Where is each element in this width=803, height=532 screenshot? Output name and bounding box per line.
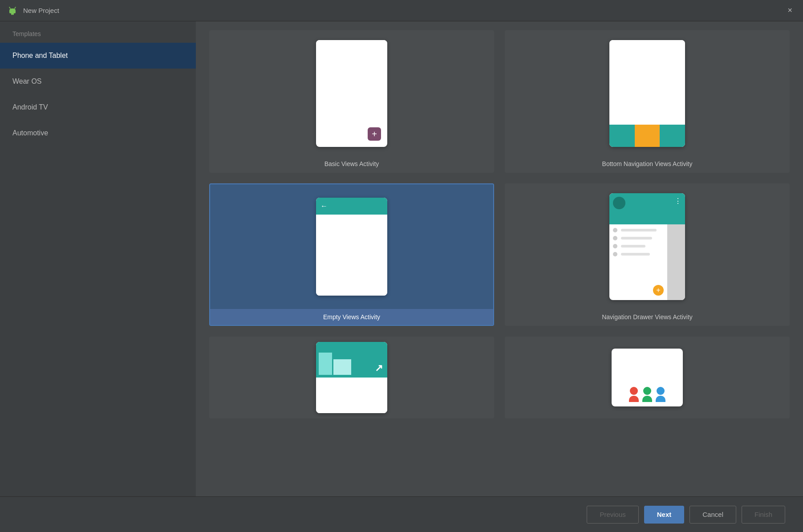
sidebar-item-android-tv[interactable]: Android TV	[0, 94, 196, 120]
sidebar-item-automotive[interactable]: Automotive	[0, 120, 196, 146]
svg-line-3	[15, 7, 16, 8]
template-preview-nav-drawer: ⋮	[506, 184, 789, 309]
nav-drawer-avatar	[613, 197, 625, 209]
template-card-basic-views[interactable]: + Basic Views Activity	[209, 30, 494, 173]
nav-drawer-label: Navigation Drawer Views Activity	[506, 309, 789, 325]
template-card-empty-views[interactable]: ← Empty Views Activity	[209, 183, 494, 326]
sidebar: Templates Phone and Tablet Wear OS Andro…	[0, 21, 196, 496]
template-preview-empty-views: ←	[210, 184, 493, 309]
sidebar-item-phone-tablet[interactable]: Phone and Tablet	[0, 43, 196, 69]
template-card-chart[interactable]: ↗	[209, 337, 494, 418]
template-preview-bottom-nav	[506, 31, 789, 156]
bottom-nav-bar	[609, 125, 685, 147]
bottom-nav-mockup	[609, 40, 685, 147]
bottom-nav-label: Bottom Navigation Views Activity	[506, 156, 789, 172]
nav-drawer-fab: +	[653, 285, 664, 296]
chart-mockup: ↗	[316, 342, 387, 413]
nav-drawer-side-panel	[667, 224, 685, 300]
empty-mock-bar: ←	[316, 198, 387, 215]
svg-line-2	[9, 7, 10, 8]
android-icon	[7, 5, 18, 16]
nav-drawer-mockup: ⋮	[609, 193, 685, 300]
templates-area: + Basic Views Activity	[196, 21, 803, 496]
fab-icon: +	[368, 127, 381, 141]
next-button[interactable]: Next	[644, 506, 685, 524]
people-mockup	[612, 349, 683, 406]
empty-views-mockup: ←	[316, 198, 387, 296]
nav-drawer-menu-icon: ⋮	[674, 197, 681, 205]
template-preview-people	[506, 337, 789, 418]
template-preview-chart: ↗	[210, 337, 493, 418]
finish-button[interactable]: Finish	[742, 506, 785, 524]
sidebar-header: Templates	[0, 21, 196, 43]
templates-grid: + Basic Views Activity	[209, 30, 790, 418]
template-card-bottom-nav[interactable]: Bottom Navigation Views Activity	[505, 30, 790, 173]
title-bar: New Project ×	[0, 0, 803, 21]
basic-views-mockup: +	[316, 40, 387, 147]
sidebar-item-wear-os[interactable]: Wear OS	[0, 69, 196, 94]
nav-drawer-header: ⋮	[609, 193, 685, 224]
template-card-people[interactable]	[505, 337, 790, 418]
bottom-bar: Previous Next Cancel Finish	[0, 496, 803, 532]
empty-views-label: Empty Views Activity	[210, 309, 493, 325]
basic-views-label: Basic Views Activity	[210, 156, 493, 172]
window-title: New Project	[23, 7, 784, 14]
chart-header: ↗	[316, 342, 387, 378]
close-button[interactable]: ×	[784, 4, 796, 17]
previous-button[interactable]: Previous	[587, 506, 638, 524]
template-card-nav-drawer[interactable]: ⋮	[505, 183, 790, 326]
template-preview-basic-views: +	[210, 31, 493, 156]
main-content: Templates Phone and Tablet Wear OS Andro…	[0, 21, 803, 496]
back-arrow-icon: ←	[320, 202, 328, 210]
cancel-button[interactable]: Cancel	[689, 506, 736, 524]
